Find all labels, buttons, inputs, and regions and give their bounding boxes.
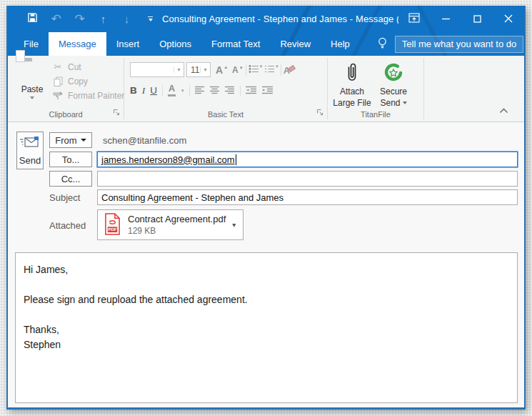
tab-file[interactable]: File — [14, 32, 49, 56]
clipboard-group: Paste ✂ Cut Copy — [8, 56, 124, 122]
bullets-button[interactable]: ▾ — [249, 64, 263, 76]
cc-button[interactable]: Cc... — [49, 171, 92, 187]
attachment-dropdown-icon[interactable]: ▾ — [232, 221, 237, 229]
text-cursor — [236, 154, 236, 165]
message-body[interactable]: Hi James, Please sign and reupload the a… — [15, 252, 518, 403]
shrink-font-button[interactable]: A▼ — [232, 66, 244, 74]
bold-button[interactable]: B — [130, 86, 137, 96]
attachment-chip[interactable]: PDF Contract Agreement.pdf 129 KB ▾ — [97, 209, 244, 240]
font-color-dropdown-icon[interactable]: ▾ — [181, 88, 184, 94]
secure-send-button[interactable]: Secure Send — [375, 60, 412, 109]
clipboard-dialog-launcher[interactable] — [113, 106, 120, 119]
basic-text-dialog-launcher[interactable] — [316, 106, 323, 119]
align-right-button[interactable] — [225, 84, 235, 97]
paperclip-icon — [345, 60, 359, 86]
ribbon: Paste ✂ Cut Copy — [8, 56, 524, 122]
decrease-indent-button[interactable] — [246, 84, 257, 97]
from-dropdown-icon — [81, 139, 86, 142]
maximize-icon — [473, 13, 481, 26]
tab-format-text[interactable]: Format Text — [201, 32, 270, 56]
attachment-name: Contract Agreement.pdf — [128, 213, 226, 226]
font-color-button[interactable]: A — [168, 84, 176, 96]
body-line: Hi James, — [24, 262, 509, 277]
titanfile-group-label: TitanFile — [328, 110, 423, 119]
body-line: Stephen — [24, 337, 509, 352]
lightbulb-icon — [377, 36, 388, 52]
paste-icon — [21, 60, 44, 81]
tab-insert[interactable]: Insert — [106, 32, 150, 56]
customize-qat-icon — [148, 16, 153, 21]
body-line: Please sign and reupload the attached ag… — [24, 292, 509, 307]
bullets-icon — [249, 64, 259, 76]
paste-button[interactable]: Paste — [15, 60, 49, 99]
cut-button[interactable]: ✂ Cut — [52, 61, 124, 72]
align-center-button[interactable] — [210, 84, 220, 97]
cc-field[interactable] — [97, 171, 518, 187]
tab-review[interactable]: Review — [270, 32, 321, 56]
to-button[interactable]: To... — [49, 152, 92, 167]
subject-label: Subject — [49, 192, 80, 203]
copy-button[interactable]: Copy — [52, 76, 124, 86]
paste-dropdown-icon[interactable] — [30, 96, 34, 99]
undo-button[interactable]: ↶ — [44, 9, 68, 29]
font-color-bar-icon — [168, 94, 176, 97]
pdf-file-icon: PDF — [104, 213, 121, 237]
ribbon-display-options-icon — [408, 13, 420, 26]
secure-send-dropdown-icon[interactable] — [403, 101, 407, 104]
customize-qat-button[interactable] — [139, 9, 162, 29]
font-size-dropdown-icon: ▾ — [200, 66, 210, 73]
attach-large-file-button[interactable]: Attach Large File — [333, 60, 371, 109]
to-field[interactable]: james.henderson89@gmail.com — [97, 152, 518, 167]
numbering-icon — [264, 64, 275, 76]
tell-me-search[interactable]: Tell me what you want to do — [377, 32, 523, 56]
collapse-ribbon-button[interactable] — [499, 104, 508, 117]
underline-button[interactable]: U — [150, 86, 157, 96]
previous-item-button[interactable]: ↑ — [91, 9, 115, 29]
desktop-background: ↶ ↷ ↑ ↓ Consulting Agreement - Stephen a… — [0, 0, 532, 416]
numbering-dropdown-icon: ▾ — [276, 64, 278, 69]
font-size-combobox[interactable]: 11 ▾ — [186, 62, 211, 77]
maximize-button[interactable] — [461, 6, 493, 32]
down-arrow-icon: ↓ — [124, 13, 130, 25]
close-button[interactable] — [493, 6, 524, 32]
window-controls — [398, 6, 524, 32]
body-line: Thanks, — [24, 322, 509, 337]
grow-font-button[interactable]: A▲ — [216, 65, 228, 75]
tell-me-input[interactable]: Tell me what you want to do — [395, 36, 523, 53]
numbering-button[interactable]: ▾ — [264, 64, 278, 76]
clipboard-group-label: Clipboard — [8, 110, 124, 119]
format-painter-button[interactable]: Format Painter — [52, 91, 124, 101]
bullets-dropdown-icon: ▾ — [260, 64, 263, 69]
group-separator — [423, 58, 424, 119]
format-painter-icon — [52, 91, 64, 101]
save-button[interactable] — [21, 9, 44, 29]
tab-message[interactable]: Message — [49, 32, 106, 56]
from-address: schen@titanfile.com — [103, 135, 186, 146]
up-arrow-icon: ↑ — [101, 13, 106, 25]
title-bar: ↶ ↷ ↑ ↓ Consulting Agreement - Stephen a… — [8, 6, 524, 32]
outlook-message-window: ↶ ↷ ↑ ↓ Consulting Agreement - Stephen a… — [6, 6, 526, 410]
increase-indent-button[interactable] — [262, 84, 273, 97]
subject-field[interactable]: Consulting Agreement - Stephen and James — [97, 189, 518, 205]
basic-text-group: ▾ 11 ▾ A▲ A▼ ▾ — [124, 56, 327, 122]
undo-icon: ↶ — [51, 13, 61, 25]
to-recipient[interactable]: james.henderson89@gmail.com — [101, 154, 235, 165]
ribbon-tab-bar: File Message Insert Options Format Text … — [8, 32, 524, 56]
minimize-button[interactable] — [430, 6, 461, 32]
align-left-button[interactable] — [195, 84, 205, 97]
redo-icon: ↷ — [74, 13, 84, 25]
clear-formatting-button[interactable]: A — [283, 64, 290, 76]
send-button[interactable]: Send — [16, 132, 44, 169]
font-name-dropdown-icon: ▾ — [174, 66, 184, 73]
titanfile-group: Attach Large File Secure Send TitanFile — [328, 56, 423, 122]
scissors-icon: ✂ — [52, 61, 64, 72]
redo-button[interactable]: ↷ — [68, 9, 91, 29]
ribbon-display-options-button[interactable] — [398, 6, 430, 32]
tab-help[interactable]: Help — [321, 32, 360, 56]
from-button[interactable]: From — [49, 132, 92, 148]
copy-icon — [52, 76, 64, 86]
tab-options[interactable]: Options — [149, 32, 201, 56]
font-name-combobox[interactable]: ▾ — [130, 62, 184, 77]
italic-button[interactable]: I — [142, 86, 146, 96]
next-item-button[interactable]: ↓ — [115, 9, 139, 29]
